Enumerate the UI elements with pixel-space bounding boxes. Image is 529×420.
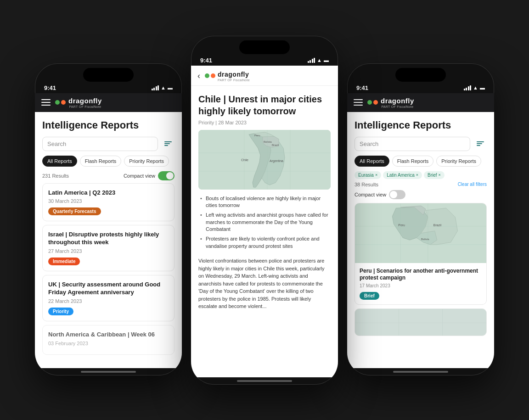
tab-priority-left[interactable]: Priority Reports	[124, 156, 169, 167]
filter-tag-latam[interactable]: Latin America ×	[383, 171, 422, 179]
logo-sub-left: PART OF FiscalNote	[68, 105, 102, 108]
screen3-pad: Intelligence Reports Search All Repo	[347, 112, 494, 368]
dot-orange-left	[61, 100, 66, 105]
map-svg-2	[355, 309, 486, 336]
report-card-4[interactable]: North America & Caribbean | Week 06 03 F…	[42, 325, 174, 355]
report-title-2: Israel | Disruptive protests highly like…	[48, 231, 169, 246]
app-header-left: dragonfly PART OF FiscalNote	[35, 93, 182, 112]
tab-flash-reports-left[interactable]: Flash Reports	[80, 156, 121, 167]
logo-text-left: dragonfly PART OF FiscalNote	[68, 97, 102, 108]
svg-text:Chile: Chile	[241, 158, 248, 162]
toggle-right[interactable]	[389, 190, 405, 199]
signal-bar-c4	[314, 58, 315, 63]
svg-text:Peru: Peru	[254, 134, 260, 137]
filter-tags-row: Eurasia × Latin America × Brief ×	[355, 171, 487, 179]
compact-toggle-left[interactable]: Compact view	[124, 171, 174, 180]
filter-line-r3	[477, 145, 480, 146]
remove-eurasia[interactable]: ×	[375, 173, 377, 177]
filter-tag-brief[interactable]: Brief ×	[424, 171, 445, 179]
tab-all-reports-right[interactable]: All Reports	[355, 156, 389, 167]
hamburger-left[interactable]	[41, 99, 51, 106]
status-bar-center: 9:41 ▲ ▬	[191, 54, 338, 66]
home-indicator-right	[393, 371, 448, 373]
page-title-left: Intelligence Reports	[42, 119, 174, 131]
toggle-left[interactable]	[158, 171, 174, 180]
wifi-icon-left: ▲	[161, 85, 166, 90]
signal-bar-3	[156, 86, 157, 90]
dot-green-center	[205, 73, 209, 78]
tab-priority-right[interactable]: Priority Reports	[436, 156, 481, 167]
article-content: Chile | Unrest in major cities highly li…	[191, 86, 338, 377]
logo-name-center: dragonfly	[218, 71, 249, 78]
tab-flash-reports-right[interactable]: Flash Reports	[392, 156, 433, 167]
hamburger-right[interactable]	[354, 99, 363, 106]
signal-bar-r1	[464, 89, 465, 90]
phone-left: 9:41 ▲ ▬	[35, 63, 182, 375]
filter-tag-eurasia[interactable]: Eurasia ×	[355, 171, 381, 179]
toggle-knob-left	[166, 172, 174, 179]
results-count-left: 231 Results	[42, 173, 69, 179]
status-time-left: 9:41	[44, 84, 56, 91]
logo-text-center: dragonfly PART OF FiscalNote	[218, 70, 250, 82]
logo-dots-right	[367, 100, 378, 105]
report-card-3[interactable]: UK | Security assessment around Good Fri…	[42, 275, 174, 321]
home-indicator-left	[81, 371, 136, 373]
toggle-knob-right	[390, 191, 397, 198]
filter-line-1	[164, 141, 172, 142]
badge-immediate-2: Immediate	[48, 258, 80, 265]
clear-filters-button[interactable]: Clear all filters	[458, 182, 487, 187]
logo-dots-center	[205, 73, 215, 78]
page-title-right: Intelligence Reports	[355, 119, 487, 131]
badge-priority-3: Priority	[48, 308, 73, 315]
battery-icon-center: ▬	[324, 57, 329, 63]
article-logo: dragonfly PART OF FiscalNote	[205, 70, 250, 82]
map-card-title-peru: Peru | Scenarios for another anti-govern…	[360, 268, 482, 282]
article-map: Chile Argentina Bolivia Peru Brazil	[198, 130, 331, 190]
dot-orange-right	[373, 100, 378, 105]
dot-orange-center	[211, 73, 215, 78]
tab-row-right: All Reports Flash Reports Priority Repor…	[355, 156, 487, 167]
wifi-icon-center: ▲	[317, 57, 322, 63]
bullet-3: Protesters are likely to violently confr…	[200, 235, 331, 250]
svg-text:Argentina: Argentina	[270, 159, 283, 163]
map-card-peru[interactable]: Peru Brazil Bolivia Peru | Scenarios for…	[355, 203, 487, 305]
remove-brief[interactable]: ×	[439, 173, 441, 177]
signal-bar-1	[152, 89, 153, 90]
map-card-body-peru: Peru | Scenarios for another anti-govern…	[355, 263, 486, 304]
report-card-1[interactable]: Latin America | Q2 2023 30 March 2023 Qu…	[42, 183, 174, 222]
status-icons-left: ▲ ▬	[152, 85, 173, 90]
signal-bar-2	[153, 88, 155, 90]
search-input-left[interactable]: Search	[42, 137, 158, 151]
tab-row-left: All Reports Flash Reports Priority Repor…	[42, 156, 174, 167]
back-button[interactable]: ‹	[197, 71, 200, 81]
compact-toggle-right[interactable]: Compact view	[355, 190, 405, 199]
map-card-2[interactable]	[355, 308, 487, 336]
home-indicator-center	[237, 380, 292, 382]
filter-line-2	[164, 143, 170, 144]
report-title-3: UK | Security assessment around Good Fri…	[48, 281, 169, 297]
map-card-img-peru: Peru Brazil Bolivia	[355, 203, 486, 263]
signal-bar-r2	[466, 88, 467, 90]
report-date-4: 03 February 2023	[48, 341, 169, 346]
compact-label-right: Compact view	[355, 192, 386, 197]
map-svg: Chile Argentina Bolivia Peru Brazil	[198, 130, 331, 190]
tab-all-reports-left[interactable]: All Reports	[42, 156, 77, 167]
status-icons-center: ▲ ▬	[308, 57, 329, 63]
svg-text:Brazil: Brazil	[272, 144, 279, 146]
signal-bar-c3	[312, 59, 313, 63]
phone-right: 9:41 ▲ ▬	[347, 63, 494, 375]
report-date-1: 30 March 2023	[48, 198, 169, 204]
status-time-center: 9:41	[200, 57, 212, 64]
app-header-right: dragonfly PART OF FiscalNote	[347, 93, 494, 112]
report-card-2[interactable]: Israel | Disruptive protests highly like…	[42, 225, 174, 271]
dynamic-island-center	[239, 40, 290, 54]
search-input-right[interactable]: Search	[355, 137, 470, 151]
filter-button-right[interactable]	[474, 137, 487, 150]
filter-button-left[interactable]	[162, 137, 174, 150]
results-row-left: 231 Results Compact view	[42, 171, 174, 180]
logo-dots-left	[55, 100, 66, 105]
bullet-1: Bouts of localised violence are highly l…	[200, 195, 331, 209]
remove-latam[interactable]: ×	[416, 173, 418, 177]
map-card-date-peru: 17 March 2023	[360, 283, 482, 288]
search-row-left: Search	[42, 137, 174, 151]
